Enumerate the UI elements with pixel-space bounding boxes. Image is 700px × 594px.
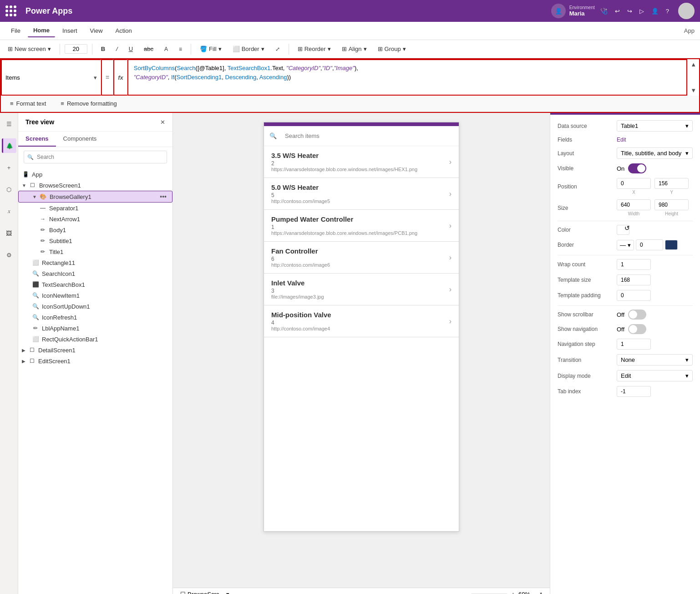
align-tool-button[interactable]: ⊞ Align ▾ [338,43,371,55]
formula-down[interactable]: ▼ [690,87,696,94]
visible-toggle[interactable] [628,163,646,173]
bold-button[interactable]: B [97,43,109,55]
gallery-search-input[interactable] [280,130,453,142]
menu-file[interactable]: File [5,25,26,37]
zoom-minus-icon[interactable]: − [464,591,468,594]
name-box[interactable]: Items ▾ [1,59,101,96]
nav-step-input[interactable] [617,339,651,350]
zoom-plus-icon[interactable]: + [511,591,515,594]
tree-item-icon-new[interactable]: 🔍 IconNewItem1 [18,290,172,301]
show-nav-toggle[interactable] [628,324,646,334]
tree-item-rect-quick[interactable]: ⬜ RectQuickActionBar1 [18,334,172,345]
transition-select[interactable]: None ▾ [617,354,693,366]
tab-screens[interactable]: Screens [18,132,56,147]
menu-insert[interactable]: Insert [57,25,83,37]
menu-view[interactable]: View [85,25,108,37]
name-box-chevron[interactable]: ▾ [94,74,97,81]
list-item[interactable]: Fan Controller 6 http://contoso.com/imag… [264,242,459,274]
size-height-input[interactable] [654,199,689,210]
play-icon[interactable]: ▷ [639,8,644,15]
size-width-input[interactable] [617,199,651,210]
wrap-count-input[interactable] [617,259,651,270]
sidebar-icon-media[interactable]: 🖼 [2,226,16,240]
tree-item-lbl-app[interactable]: ✏ LblAppName1 [18,323,172,334]
display-mode-select[interactable]: Edit ▾ [617,370,693,381]
tree-item-textsearch[interactable]: ⬛ TextSearchBox1 [18,279,172,290]
tree-item-app[interactable]: 📱 App [18,169,172,180]
tab-index-input[interactable] [617,386,651,397]
list-item[interactable]: Mid-position Valve 4 http://contoso.com/… [264,305,459,337]
tree-item-separator[interactable]: — Separator1 [18,203,172,213]
menu-action[interactable]: Action [110,25,137,37]
tree-item-rect11[interactable]: ⬜ Rectangle11 [18,257,172,268]
remove-formatting-button[interactable]: ≡ Remove formatting [57,98,120,109]
avatar[interactable] [678,3,695,19]
new-screen-button[interactable]: ⊞ New screen ▾ [4,43,55,55]
data-source-select[interactable]: Table1 ▾ [617,120,693,132]
fill-button[interactable]: 🪣 Fill ▾ [196,43,226,55]
tree-item-icon-refresh[interactable]: 🔍 IconRefresh1 [18,312,172,323]
color-swatch[interactable]: ↺ [617,225,629,235]
tree-search-input[interactable] [24,151,167,163]
undo-icon[interactable]: ↩ [615,8,620,15]
tree-item-icon-sort[interactable]: 🔍 IconSortUpDown1 [18,301,172,312]
stethoscope-icon[interactable]: 🩺 [600,8,608,15]
tree-item-browse-screen[interactable]: ▼ ☐ BrowseScreen1 [18,180,172,191]
tree-item-detail-screen[interactable]: ▶ ☐ DetailScreen1 [18,345,172,355]
italic-button[interactable]: / [112,43,122,55]
sidebar-icon-tree[interactable]: 🌲 [2,138,16,153]
person-icon[interactable]: 👤 [651,8,659,15]
list-item[interactable]: 5.0 W/S Heater 5 http://contoso.com/imag… [264,178,459,210]
list-item[interactable]: Pumped Water Controller 1 https://vanars… [264,210,459,242]
layout-select[interactable]: Title, subtitle, and body ▾ [617,147,693,159]
border-button[interactable]: ⬜ Border ▾ [228,43,269,55]
tree-item-gallery[interactable]: ▼ 🎨 BrowseGallery1 ••• [18,191,172,203]
border-color-swatch[interactable] [665,240,678,250]
tab-components[interactable]: Components [56,132,104,147]
tree-item-next-arrow[interactable]: → NextArrow1 [18,213,172,224]
gallery-more-button[interactable]: ••• [158,193,168,200]
tree-item-subtitle[interactable]: ✏ Subtitle1 [18,235,172,246]
waffle-icon[interactable] [5,5,16,16]
position-y-input[interactable] [654,178,689,189]
expand-icon[interactable]: ⤢ [538,591,543,594]
fields-edit-link[interactable]: Edit [617,137,626,143]
phone-top-bar [264,122,459,126]
group-button[interactable]: ⊞ Group ▾ [374,43,410,55]
reorder-button[interactable]: ⊞ Reorder ▾ [294,43,335,55]
fx-button[interactable]: fx [113,59,127,96]
sidebar-icon-menu[interactable]: ☰ [2,117,16,131]
border-width-input[interactable] [636,239,663,250]
tree-item-title[interactable]: ✏ Title1 [18,246,172,257]
formula-content[interactable]: SortByColumns(Search([@Table1], TextSear… [127,59,687,96]
border-style-select[interactable]: — ▾ [617,240,634,250]
formula-up[interactable]: ▲ [690,61,696,68]
tree-item-search-icon[interactable]: 🔍 SearchIcon1 [18,268,172,279]
show-scrollbar-toggle[interactable] [628,310,646,320]
redo-icon[interactable]: ↪ [627,8,632,15]
expand-button[interactable]: ⤢ [271,44,284,55]
sidebar-icon-plus[interactable]: + [2,160,16,175]
tree-item-edit-screen[interactable]: ▶ ☐ EditScreen1 [18,355,172,366]
format-text-button[interactable]: ≡ Format text [6,98,50,109]
sidebar-icon-data[interactable]: ⬡ [2,182,16,197]
list-item[interactable]: 3.5 W/S Heater 2 https://vanarsdelstorag… [264,146,459,178]
template-padding-input[interactable] [617,290,651,301]
screen-chevron[interactable]: ▾ [226,591,229,594]
gallery-list: 3.5 W/S Heater 2 https://vanarsdelstorag… [264,146,459,337]
template-size-input[interactable] [617,274,651,285]
font-color-button[interactable]: A [160,44,172,55]
help-icon[interactable]: ? [666,8,669,15]
tree-item-body[interactable]: ✏ Body1 [18,224,172,235]
strikethrough-button[interactable]: abc [140,43,157,55]
tree-close-icon[interactable]: ✕ [160,119,165,126]
list-item[interactable]: Inlet Valve 3 file://images/image3.jpg › [264,274,459,305]
sidebar-icon-controls[interactable]: ⚙ [2,248,16,262]
underline-button[interactable]: U [125,43,137,55]
sidebar-icon-variable[interactable]: 𝑥 [2,204,16,218]
align-button[interactable]: ≡ [175,44,186,55]
font-size-input[interactable]: 20 [65,44,87,54]
layout-label: Layout [558,150,617,157]
menu-home[interactable]: Home [28,24,55,37]
position-x-input[interactable] [617,178,651,189]
